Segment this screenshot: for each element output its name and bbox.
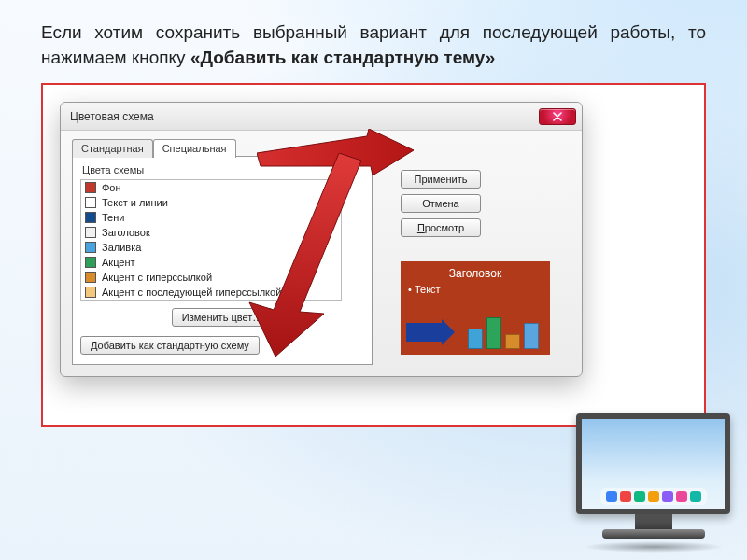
preview-button[interactable]: Просмотр xyxy=(401,218,481,237)
preview-thumbnail: Заголовок • Текст xyxy=(401,261,550,355)
color-swatch xyxy=(85,242,96,253)
close-icon xyxy=(552,112,563,121)
color-swatch xyxy=(85,212,96,223)
caption-bold: «Добавить как стандартную тему» xyxy=(190,48,496,67)
scheme-label: Акцент с гиперссылкой xyxy=(102,272,212,283)
scheme-list[interactable]: ФонТекст и линииТениЗаголовокЗаливкаАкце… xyxy=(80,179,342,301)
scheme-label: Тени xyxy=(102,212,124,223)
dock-item xyxy=(690,491,701,502)
color-swatch xyxy=(85,197,96,208)
scheme-label: Фон xyxy=(102,182,121,193)
side-buttons: Применить Отмена Просмотр xyxy=(401,170,481,237)
dock-item xyxy=(676,491,687,502)
scheme-row[interactable]: Акцент с гиперссылкой xyxy=(81,270,341,285)
color-swatch xyxy=(85,272,96,283)
monitor-clipart xyxy=(576,413,730,553)
apply-button[interactable]: Применить xyxy=(401,170,481,189)
scheme-row[interactable]: Акцент xyxy=(81,255,341,270)
scheme-label: Заливка xyxy=(102,242,141,253)
add-standard-scheme-button[interactable]: Добавить как стандартную схему xyxy=(80,336,260,355)
dock-item xyxy=(648,491,659,502)
color-swatch xyxy=(85,287,96,298)
dialog-title: Цветовая схема xyxy=(70,110,539,123)
monitor-shadow xyxy=(584,541,724,553)
preview-bar xyxy=(524,323,539,349)
dialog-header: Цветовая схема xyxy=(61,103,582,131)
tab-pane-special: Цвета схемы ФонТекст и линииТениЗаголово… xyxy=(72,156,373,365)
color-swatch xyxy=(85,182,96,193)
change-color-button[interactable]: Изменить цвет… xyxy=(172,308,274,327)
color-swatch xyxy=(85,227,96,238)
scheme-row[interactable]: Заголовок xyxy=(81,225,341,240)
preview-bullet: • Текст xyxy=(408,284,543,295)
screenshot-frame: Цветовая схема Стандартная Специальная Ц… xyxy=(41,83,706,427)
tab-standard[interactable]: Стандартная xyxy=(72,139,153,158)
close-button[interactable] xyxy=(539,108,576,125)
preview-arrow-head xyxy=(442,319,455,345)
dock-item xyxy=(620,491,631,502)
monitor-dock xyxy=(600,488,707,505)
scheme-label: Заголовок xyxy=(102,227,150,238)
scheme-row[interactable]: Текст и линии xyxy=(81,195,341,210)
scheme-row[interactable]: Тени xyxy=(81,210,341,225)
tabs: Стандартная Специальная xyxy=(72,138,571,157)
dock-item xyxy=(606,491,617,502)
scheme-label: Акцент xyxy=(102,257,135,268)
scheme-label: Акцент с последующей гиперссылкой xyxy=(102,287,281,298)
color-swatch xyxy=(85,257,96,268)
monitor-base xyxy=(602,529,705,539)
preview-bar xyxy=(468,329,483,349)
preview-bar xyxy=(505,334,520,349)
dock-item xyxy=(662,491,673,502)
color-scheme-dialog: Цветовая схема Стандартная Специальная Ц… xyxy=(60,102,583,377)
scheme-row[interactable]: Акцент с последующей гиперссылкой xyxy=(81,285,341,300)
cancel-button[interactable]: Отмена xyxy=(401,194,481,213)
preview-button-rest: росмотр xyxy=(425,222,464,233)
preview-title: Заголовок xyxy=(408,267,543,280)
tab-special[interactable]: Специальная xyxy=(153,139,236,158)
scheme-row[interactable]: Заливка xyxy=(81,240,341,255)
preview-shapes xyxy=(406,306,544,349)
scheme-row[interactable]: Фон xyxy=(81,180,341,195)
preview-arrow-shape xyxy=(406,323,442,342)
scheme-label: Текст и линии xyxy=(102,197,168,208)
monitor-screen xyxy=(576,413,730,514)
dock-item xyxy=(634,491,645,502)
group-label-colors: Цвета схемы xyxy=(82,164,364,175)
preview-bar xyxy=(486,317,501,349)
monitor-stand xyxy=(635,514,672,529)
preview-button-underline: П xyxy=(417,222,425,233)
instruction-text: Если хотим сохранить выбранный вариант д… xyxy=(41,21,706,70)
